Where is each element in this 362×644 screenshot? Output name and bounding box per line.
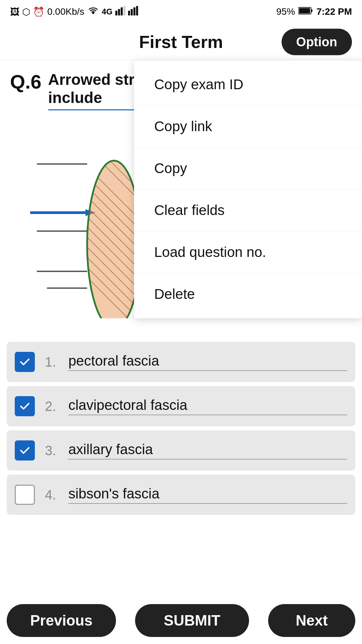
bluetooth-icon: ⬡ [22,6,30,17]
checkbox-4[interactable] [15,485,35,505]
submit-button[interactable]: SUBMIT [135,604,249,637]
answer-item-3[interactable]: 3. axillary fascia [7,430,355,471]
svg-rect-1 [118,9,120,15]
svg-rect-4 [128,11,130,15]
answers-section: 1. pectoral fascia 2. clavipectoral fasc… [0,335,362,559]
svg-rect-10 [299,8,310,13]
answer-text-2: clavipectoral fascia [68,397,347,415]
status-bar: 🖼 ⬡ ⏰ 0.00Kb/s 4G 95% 7:22 PM [0,0,362,23]
answer-number-3: 3. [45,443,62,458]
answer-number-2: 2. [45,399,62,414]
answer-text-4: sibson's fascia [68,486,347,504]
dropdown-copy-link[interactable]: Copy link [134,106,362,148]
checkbox-1[interactable] [15,352,35,372]
page-title: First Term [139,32,223,52]
dropdown-load-question[interactable]: Load question no. [134,231,362,273]
svg-rect-9 [311,9,312,12]
battery-icon [298,6,313,17]
question-number: Q.6 [10,70,42,93]
svg-rect-2 [121,7,123,15]
next-button[interactable]: Next [268,604,355,637]
option-button[interactable]: Option [282,29,352,55]
svg-rect-7 [136,6,138,15]
dropdown-copy-exam-id[interactable]: Copy exam ID [134,64,362,106]
gallery-icon: 🖼 [10,6,19,17]
status-left: 🖼 ⬡ ⏰ 0.00Kb/s 4G [10,6,138,18]
previous-button[interactable]: Previous [7,604,116,637]
network-speed: 0.00Kb/s [47,6,84,17]
bottom-navigation: Previous SUBMIT Next [0,597,362,644]
clock-icon: ⏰ [33,6,45,17]
answer-number-4: 4. [45,487,62,502]
svg-rect-0 [115,11,117,15]
answer-text-3: axillary fascia [68,441,347,460]
answer-item-4[interactable]: 4. sibson's fascia [7,475,355,515]
wifi-icon [87,6,99,18]
signal-icon-1 [115,6,125,18]
answer-number-1: 1. [45,355,62,370]
dropdown-menu: Copy exam ID Copy link Copy Clear fields… [134,60,362,318]
checkbox-2[interactable] [15,396,35,416]
checkbox-3[interactable] [15,440,35,461]
dropdown-delete[interactable]: Delete [134,273,362,315]
time-display: 7:22 PM [316,6,352,17]
answer-item-2[interactable]: 2. clavipectoral fascia [7,386,355,426]
header: First Term Option [0,23,362,60]
dropdown-clear-fields[interactable]: Clear fields [134,190,362,231]
svg-rect-6 [133,7,135,15]
answer-item-1[interactable]: 1. pectoral fascia [7,342,355,382]
answer-text-1: pectoral fascia [68,353,347,371]
svg-rect-5 [131,9,133,15]
battery-percent: 95% [276,6,295,17]
svg-rect-3 [123,6,125,15]
status-right: 95% 7:22 PM [276,6,352,17]
dropdown-copy[interactable]: Copy [134,148,362,190]
lte-icon: 4G [102,7,113,16]
signal-icon-2 [128,6,138,18]
